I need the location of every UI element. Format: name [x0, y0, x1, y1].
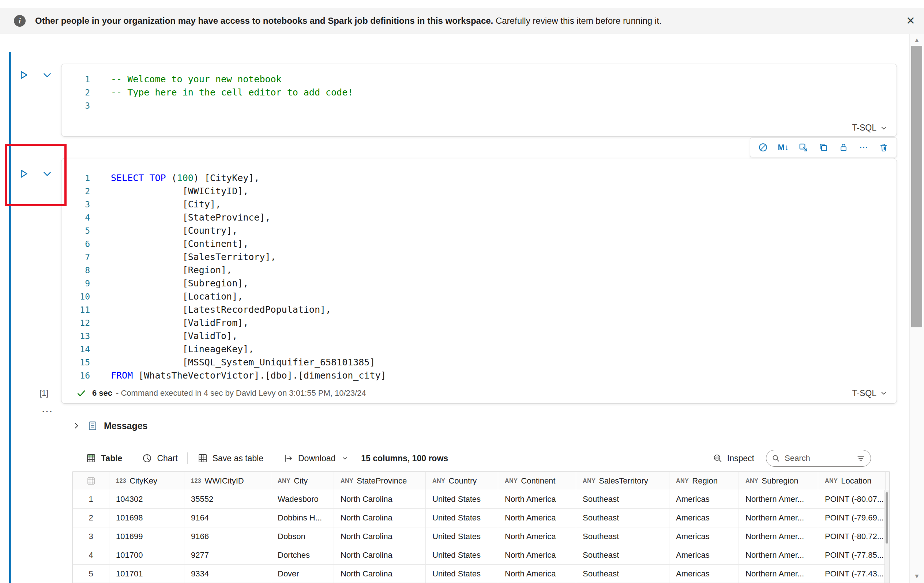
toggle-parameter-cell-icon[interactable]: [757, 142, 769, 153]
column-header[interactable]: ANYCountry: [426, 472, 498, 490]
hide-input-icon[interactable]: [798, 142, 809, 153]
convert-to-markdown-icon[interactable]: M↓: [778, 142, 789, 153]
code-editor[interactable]: 1-- Welcome to your new notebook2-- Type…: [61, 64, 897, 112]
collapse-cell-button[interactable]: [41, 69, 53, 81]
column-header[interactable]: 123CityKey: [109, 472, 184, 490]
table-cell[interactable]: POINT (-77.85...: [818, 546, 886, 565]
scroll-down-icon[interactable]: ▼: [910, 573, 924, 580]
code-text[interactable]: [Subregion],: [90, 277, 248, 290]
table-cell[interactable]: Southeast: [576, 527, 670, 546]
table-cell[interactable]: Northern Amer...: [739, 546, 818, 565]
table-cell[interactable]: North Carolina: [334, 546, 426, 565]
table-cell[interactable]: United States: [426, 546, 498, 565]
table-cell[interactable]: Dover: [271, 565, 334, 583]
table-cell[interactable]: United States: [426, 527, 498, 546]
code-cell-2[interactable]: 1SELECT TOP (100) [CityKey],2 [WWICityID…: [61, 158, 897, 404]
code-cell-1[interactable]: 1-- Welcome to your new notebook2-- Type…: [61, 64, 897, 137]
duplicate-cell-icon[interactable]: [818, 142, 829, 153]
table-cell[interactable]: Southeast: [576, 565, 670, 583]
table-cell[interactable]: North America: [498, 509, 576, 527]
table-cell[interactable]: United States: [426, 490, 498, 509]
column-header[interactable]: ANYContinent: [498, 472, 576, 490]
code-text[interactable]: [City],: [90, 198, 221, 211]
delete-cell-icon[interactable]: [878, 142, 889, 153]
table-cell[interactable]: North Carolina: [334, 490, 426, 509]
table-row[interactable]: 41017009277DortchesNorth CarolinaUnited …: [73, 546, 889, 565]
save-as-table-button[interactable]: Save as table: [197, 453, 263, 464]
table-cell[interactable]: 9334: [184, 565, 271, 583]
table-cell[interactable]: Southeast: [576, 490, 670, 509]
run-cell-button[interactable]: [17, 168, 30, 180]
page-scrollbar-thumb[interactable]: [911, 46, 922, 327]
filter-icon[interactable]: [856, 453, 865, 463]
language-selector[interactable]: T-SQL: [852, 123, 888, 133]
table-cell[interactable]: 101700: [109, 546, 184, 565]
table-cell[interactable]: 9164: [184, 509, 271, 527]
table-scrollbar-thumb[interactable]: [886, 492, 888, 543]
table-cell[interactable]: 101699: [109, 527, 184, 546]
code-text[interactable]: [ValidFrom],: [90, 316, 248, 329]
table-cell[interactable]: Dobson: [271, 527, 334, 546]
code-text[interactable]: [Location],: [90, 290, 243, 303]
code-editor[interactable]: 1SELECT TOP (100) [CityKey],2 [WWICityID…: [61, 158, 897, 382]
language-selector[interactable]: T-SQL: [852, 389, 888, 398]
table-cell[interactable]: POINT (-79.69...: [818, 509, 886, 527]
table-cell[interactable]: Dobbins H...: [271, 509, 334, 527]
table-corner-cell[interactable]: [73, 472, 109, 490]
table-cell[interactable]: United States: [426, 509, 498, 527]
table-cell[interactable]: North Carolina: [334, 509, 426, 527]
table-cell[interactable]: North Carolina: [334, 527, 426, 546]
inspect-button[interactable]: Inspect: [713, 453, 754, 463]
search-box[interactable]: [766, 450, 871, 467]
tab-table[interactable]: Table: [86, 453, 122, 464]
column-header[interactable]: ANYSubregion: [739, 472, 818, 490]
table-cell[interactable]: North America: [498, 490, 576, 509]
table-cell[interactable]: Americas: [670, 509, 739, 527]
code-text[interactable]: [LineageKey],: [90, 343, 254, 356]
table-cell[interactable]: 101701: [109, 565, 184, 583]
table-cell[interactable]: Northern Amer...: [739, 509, 818, 527]
table-cell[interactable]: POINT (-80.72...: [818, 527, 886, 546]
table-cell[interactable]: Americas: [670, 565, 739, 583]
code-text[interactable]: -- Welcome to your new notebook: [90, 73, 282, 86]
table-cell[interactable]: 101698: [109, 509, 184, 527]
scroll-up-icon[interactable]: ▲: [910, 36, 924, 44]
table-cell[interactable]: Northern Amer...: [739, 490, 818, 509]
freeze-cell-icon[interactable]: [838, 142, 849, 153]
code-text[interactable]: [MSSQL_System_Uniquifier_658101385]: [90, 356, 375, 369]
table-cell[interactable]: North America: [498, 527, 576, 546]
table-cell[interactable]: Dortches: [271, 546, 334, 565]
code-text[interactable]: [ValidTo],: [90, 329, 238, 343]
code-text[interactable]: [90, 99, 111, 112]
table-cell[interactable]: Southeast: [576, 509, 670, 527]
table-cell[interactable]: North America: [498, 565, 576, 583]
collapse-cell-button[interactable]: [41, 168, 53, 180]
column-header[interactable]: ANYCity: [271, 472, 334, 490]
table-row[interactable]: 110430235552WadesboroNorth CarolinaUnite…: [73, 490, 889, 509]
column-header[interactable]: ANYRegion: [670, 472, 739, 490]
table-cell[interactable]: Northern Amer...: [739, 565, 818, 583]
table-scrollbar[interactable]: [884, 490, 889, 583]
chevron-right-icon[interactable]: [72, 421, 81, 430]
close-icon[interactable]: ✕: [906, 15, 915, 26]
download-button[interactable]: Download: [283, 453, 348, 464]
code-text[interactable]: SELECT TOP (100) [CityKey],: [90, 171, 259, 185]
table-cell[interactable]: 35552: [184, 490, 271, 509]
code-text[interactable]: [Continent],: [90, 237, 248, 250]
table-cell[interactable]: 104302: [109, 490, 184, 509]
table-cell[interactable]: North Carolina: [334, 565, 426, 583]
code-text[interactable]: [Region],: [90, 264, 232, 277]
code-text[interactable]: -- Type here in the cell editor to add c…: [90, 86, 353, 99]
table-cell[interactable]: Wadesboro: [271, 490, 334, 509]
code-text[interactable]: FROM [WhatsTheVectorVictor].[dbo].[dimen…: [90, 369, 386, 382]
table-row[interactable]: 31016999166DobsonNorth CarolinaUnited St…: [73, 527, 889, 546]
code-text[interactable]: [WWICityID],: [90, 185, 248, 198]
table-cell[interactable]: Americas: [670, 546, 739, 565]
table-cell[interactable]: POINT (-80.07...: [818, 490, 886, 509]
table-cell[interactable]: 9277: [184, 546, 271, 565]
column-header[interactable]: ANYStateProvince: [334, 472, 426, 490]
table-cell[interactable]: Americas: [670, 490, 739, 509]
more-commands-icon[interactable]: [858, 142, 869, 153]
collapsed-output-indicator[interactable]: ...: [42, 402, 53, 415]
code-text[interactable]: [LatestRecordedPopulation],: [90, 303, 331, 316]
